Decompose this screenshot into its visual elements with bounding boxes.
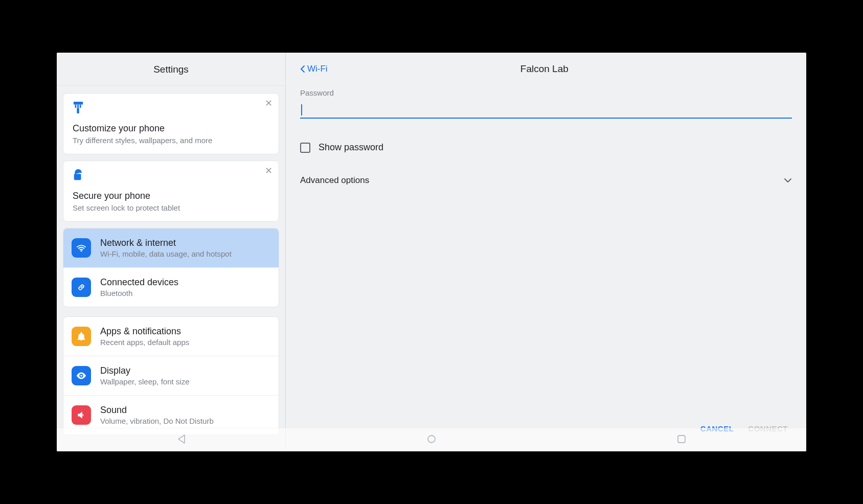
- menu-item-subtitle: Wallpaper, sleep, font size: [100, 377, 190, 386]
- menu-item-subtitle: Volume, vibration, Do Not Disturb: [100, 417, 214, 425]
- chevron-down-icon: [784, 178, 792, 183]
- sidebar-item-network[interactable]: Network & internet Wi-Fi, mobile, data u…: [63, 228, 279, 268]
- menu-item-title: Display: [100, 365, 190, 376]
- system-nav-bar: [57, 428, 806, 451]
- menu-item-title: Apps & notifications: [100, 326, 189, 337]
- sidebar-item-apps[interactable]: Apps & notifications Recent apps, defaul…: [63, 317, 279, 356]
- card-title: Customize your phone: [73, 123, 269, 134]
- show-password-label: Show password: [319, 142, 383, 153]
- close-icon[interactable]: ✕: [265, 166, 272, 175]
- card-subtitle: Set screen lock to protect tablet: [73, 203, 269, 212]
- wifi-connect-panel: Wi-Fi Falcon Lab Password Show password …: [286, 53, 806, 451]
- svg-rect-1: [75, 105, 77, 108]
- suggestion-card-customize[interactable]: ✕ Customize your phone Try different sty…: [63, 93, 279, 154]
- svg-rect-0: [74, 102, 83, 105]
- menu-item-title: Connected devices: [100, 277, 178, 288]
- card-subtitle: Try different styles, wallpapers, and mo…: [73, 136, 269, 145]
- chevron-left-icon: [300, 65, 305, 73]
- card-title: Secure your phone: [73, 191, 269, 201]
- back-button[interactable]: Wi-Fi: [300, 64, 328, 74]
- settings-sidebar: Settings ✕ Customize your phone Try diff…: [57, 53, 286, 451]
- sidebar-item-connected-devices[interactable]: Connected devices Bluetooth: [63, 268, 279, 307]
- menu-item-title: Network & internet: [100, 238, 232, 248]
- nav-back-icon[interactable]: [176, 434, 187, 446]
- menu-item-subtitle: Bluetooth: [100, 289, 178, 297]
- svg-rect-2: [77, 105, 79, 108]
- checkbox-icon: [300, 143, 310, 153]
- password-input[interactable]: [300, 100, 792, 119]
- bell-icon: [72, 327, 91, 346]
- close-icon[interactable]: ✕: [265, 99, 272, 108]
- menu-item-title: Sound: [100, 405, 214, 416]
- link-icon: [72, 278, 91, 297]
- suggestion-card-secure[interactable]: ✕ Secure your phone Set screen lock to p…: [63, 161, 279, 222]
- password-label: Password: [300, 88, 792, 97]
- menu-group-device: Apps & notifications Recent apps, defaul…: [63, 316, 279, 435]
- nav-recents-icon[interactable]: [676, 434, 687, 446]
- menu-group-connectivity: Network & internet Wi-Fi, mobile, data u…: [63, 228, 279, 307]
- speaker-icon: [72, 405, 91, 425]
- unlock-icon: [73, 169, 269, 184]
- show-password-toggle[interactable]: Show password: [300, 142, 792, 153]
- top-bar: Wi-Fi Falcon Lab: [300, 53, 792, 85]
- sidebar-item-display[interactable]: Display Wallpaper, sleep, font size: [63, 356, 279, 396]
- svg-rect-3: [80, 105, 81, 108]
- sidebar-title: Settings: [57, 53, 285, 86]
- network-name-title: Falcon Lab: [328, 63, 792, 75]
- svg-point-6: [428, 436, 435, 443]
- svg-rect-4: [77, 108, 79, 113]
- wifi-icon: [72, 238, 91, 258]
- nav-home-icon[interactable]: [426, 434, 437, 446]
- brush-icon: [73, 102, 269, 116]
- text-caret: [301, 104, 302, 116]
- eye-icon: [72, 366, 91, 385]
- svg-rect-5: [74, 174, 81, 180]
- advanced-options-label: Advanced options: [300, 175, 369, 186]
- advanced-options-row[interactable]: Advanced options: [300, 175, 792, 186]
- device-frame: Settings ✕ Customize your phone Try diff…: [57, 53, 806, 451]
- svg-rect-7: [678, 436, 685, 443]
- menu-item-subtitle: Recent apps, default apps: [100, 338, 189, 347]
- back-label: Wi-Fi: [307, 64, 328, 74]
- menu-item-subtitle: Wi-Fi, mobile, data usage, and hotspot: [100, 249, 232, 258]
